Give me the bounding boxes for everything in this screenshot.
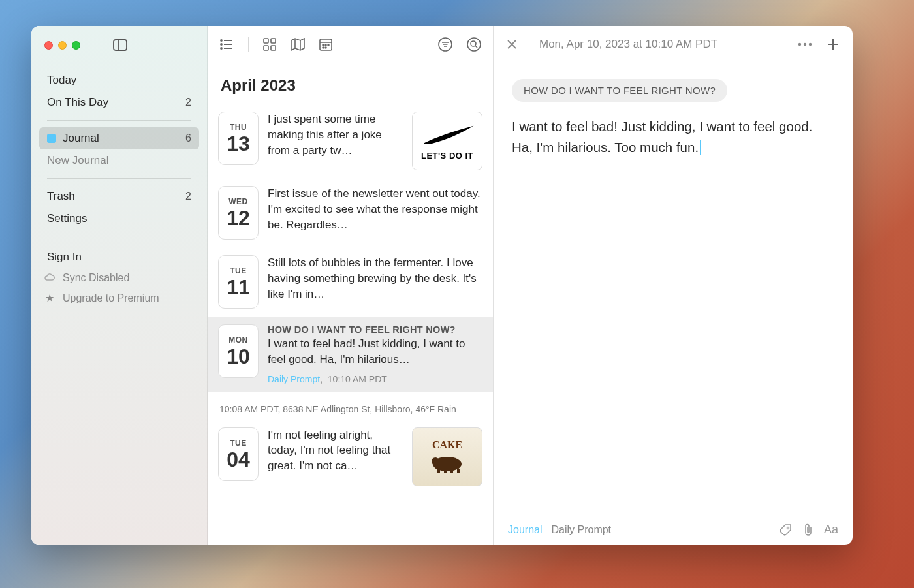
date-tile: TUE 04 [218, 427, 259, 481]
svg-rect-0 [114, 40, 127, 50]
date-tile: WED 12 [218, 186, 259, 240]
date-num: 10 [227, 346, 250, 367]
sidebar-separator [47, 238, 191, 238]
date-dow: TUE [230, 266, 247, 275]
minimize-window-button[interactable] [58, 41, 67, 50]
thumb-caption: CAKE [432, 439, 462, 451]
entry-row-selected[interactable]: MON 10 HOW DO I WANT TO FEEL RIGHT NOW? … [208, 317, 493, 392]
entry-detail-body[interactable]: HOW DO I WANT TO FEEL RIGHT NOW? I want … [494, 63, 853, 514]
svg-point-36 [798, 43, 801, 46]
entry-body: I'm not feeling alright, today, I'm not … [268, 427, 403, 474]
new-entry-icon[interactable] [827, 38, 840, 51]
sidebar-item-today[interactable]: Today [39, 69, 199, 91]
sidebar-item-sign-in[interactable]: Sign In [39, 246, 199, 268]
entry-body: HOW DO I WANT TO FEEL RIGHT NOW? I want … [268, 324, 482, 384]
sidebar-item-on-this-day[interactable]: On This Day 2 [39, 91, 199, 114]
close-icon[interactable] [507, 39, 517, 50]
date-dow: MON [228, 335, 248, 345]
svg-point-25 [467, 38, 481, 51]
sidebar-toggle-icon[interactable] [113, 39, 127, 51]
entry-context-line: 10:08 AM PDT, 8638 NE Adlington St, Hill… [208, 392, 493, 420]
sidebar-item-trash[interactable]: Trash 2 [39, 185, 199, 208]
upgrade-label: Upgrade to Premium [63, 292, 159, 304]
entry-meta-time: 10:10 AM PDT [328, 374, 387, 384]
sidebar-separator [47, 120, 191, 121]
app-window: Today On This Day 2 Journal 6 New Journa… [31, 26, 853, 545]
sidebar-item-label: Settings [47, 212, 87, 225]
journal-color-dot [47, 134, 56, 143]
pig-icon [428, 451, 467, 474]
sidebar-item-new-journal[interactable]: New Journal [39, 149, 199, 172]
list-view-icon[interactable] [219, 39, 234, 50]
text-format-icon[interactable]: Aa [824, 523, 838, 536]
svg-rect-11 [271, 46, 276, 50]
svg-rect-10 [264, 46, 268, 50]
entry-meta: Daily Prompt, 10:10 AM PDT [268, 374, 482, 384]
entry-body: Still lots of bubbles in the fermenter. … [268, 255, 482, 302]
svg-rect-32 [450, 469, 453, 473]
entry-content-text: I want to feel bad! Just kidding, I want… [512, 119, 812, 155]
svg-rect-30 [437, 469, 440, 473]
attachment-icon[interactable] [802, 523, 815, 537]
entry-timestamp[interactable]: Mon, Apr 10, 2023 at 10:10 AM PDT [539, 38, 783, 51]
sidebar-sync-status[interactable]: Sync Disabled [31, 268, 207, 288]
svg-rect-31 [444, 469, 447, 473]
sidebar-item-label: New Journal [47, 154, 109, 167]
svg-point-26 [471, 41, 476, 46]
svg-point-4 [221, 44, 222, 45]
svg-point-19 [323, 47, 324, 48]
date-num: 12 [227, 208, 250, 228]
map-view-icon[interactable] [291, 38, 305, 51]
maximize-window-button[interactable] [72, 41, 80, 50]
entry-row[interactable]: THU 13 I just spent some time making thi… [208, 104, 493, 178]
entry-meta-prompt-link[interactable]: Daily Prompt [268, 374, 320, 384]
date-num: 13 [227, 133, 250, 154]
tag-icon[interactable] [780, 523, 793, 536]
prompt-pill[interactable]: HOW DO I WANT TO FEEL RIGHT NOW? [512, 79, 727, 102]
nike-swoosh-icon [418, 121, 477, 151]
date-tile: THU 13 [218, 112, 259, 165]
entry-thumbnail: CAKE [412, 427, 482, 486]
star-icon: ★ [44, 292, 55, 304]
date-dow: WED [228, 197, 248, 206]
sidebar-item-journal[interactable]: Journal 6 [39, 127, 199, 149]
more-icon[interactable] [798, 42, 812, 46]
entry-row[interactable]: TUE 04 I'm not feeling alright, today, I… [208, 420, 493, 494]
entry-text: I want to feel bad! Just kidding, I want… [268, 336, 482, 367]
filter-icon[interactable] [438, 37, 452, 52]
grid-view-icon[interactable] [263, 38, 276, 51]
sidebar-upgrade[interactable]: ★ Upgrade to Premium [31, 288, 207, 308]
date-dow: TUE [230, 439, 247, 448]
svg-line-27 [475, 46, 477, 48]
entry-content[interactable]: I want to feel bad! Just kidding, I want… [512, 116, 834, 158]
svg-point-41 [787, 527, 789, 529]
entry-thumbnail: LET'S DO IT [412, 112, 482, 170]
svg-point-2 [221, 40, 222, 41]
svg-rect-9 [271, 39, 276, 43]
entry-row[interactable]: WED 12 First issue of the newsletter wen… [208, 178, 493, 247]
entry-list[interactable]: THU 13 I just spent some time making thi… [208, 104, 493, 545]
footer-prompt-label[interactable]: Daily Prompt [551, 524, 611, 536]
entry-row[interactable]: TUE 11 Still lots of bubbles in the ferm… [208, 247, 493, 317]
search-icon[interactable] [467, 37, 481, 52]
entry-body: First issue of the newsletter went out t… [268, 186, 482, 232]
cloud-icon [44, 273, 55, 283]
entry-text: Still lots of bubbles in the fermenter. … [268, 255, 482, 302]
sidebar-item-count: 2 [185, 191, 191, 202]
entry-text: I just spent some time making this after… [268, 112, 403, 158]
entry-text: First issue of the newsletter went out t… [268, 186, 482, 232]
sidebar-item-settings[interactable]: Settings [39, 208, 199, 230]
date-tile: TUE 11 [218, 255, 259, 309]
footer-journal-link[interactable]: Journal [508, 524, 542, 536]
sidebar-item-label: Sign In [47, 251, 82, 264]
svg-point-29 [432, 457, 439, 465]
sidebar-item-label: On This Day [47, 96, 108, 109]
entry-body: I just spent some time making this after… [268, 112, 403, 158]
date-dow: THU [230, 123, 247, 132]
sidebar-separator [47, 178, 191, 179]
detail-footer: Journal Daily Prompt Aa [494, 514, 853, 545]
sidebar-item-label: Trash [47, 190, 75, 203]
close-window-button[interactable] [44, 41, 53, 50]
svg-point-17 [325, 44, 326, 46]
calendar-view-icon[interactable] [319, 38, 332, 51]
